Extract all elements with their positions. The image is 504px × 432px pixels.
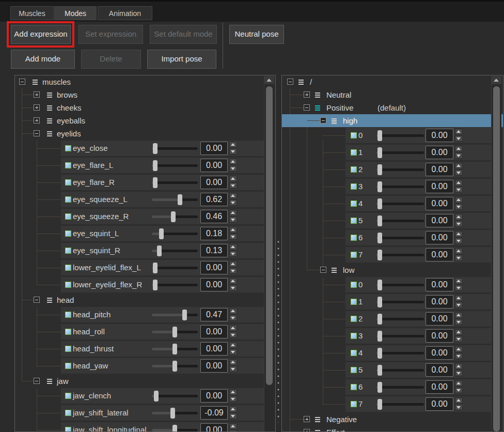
value-field[interactable]: 0.00 [200,176,228,189]
value-field[interactable]: 0.00 [426,214,453,227]
spin-up-button[interactable] [229,308,237,314]
tree-group-row[interactable]: muscles [15,75,275,88]
scrollbar-thumb[interactable] [266,86,273,385]
menu-icon[interactable] [47,298,52,304]
muscle-slider[interactable] [376,168,424,171]
value-field[interactable]: 0.00 [426,278,453,291]
spin-up-button[interactable] [229,389,237,395]
slider-handle[interactable] [172,344,177,354]
muscle-slider[interactable] [152,348,198,350]
spin-down-button[interactable] [455,152,463,159]
muscle-slider[interactable] [152,164,198,167]
tree-group-row[interactable]: jaw [15,375,275,388]
muscle-slider[interactable] [376,369,424,372]
expand-toggle-icon[interactable] [304,91,310,98]
muscle-slider[interactable] [152,250,198,252]
muscle-checkbox-icon[interactable] [351,401,357,407]
slider-handle[interactable] [377,331,382,342]
value-field[interactable]: 0.00 [426,397,453,411]
scrollbar-thumb[interactable] [493,86,500,431]
spin-up-button[interactable] [455,380,463,387]
value-field[interactable]: 0.00 [200,342,228,356]
value-field[interactable]: 0.46 [200,210,228,223]
muscle-checkbox-icon[interactable] [65,265,71,271]
muscle-slider[interactable] [152,267,198,269]
scroll-up-button[interactable] [264,76,274,84]
spin-down-button[interactable] [229,217,237,223]
slider-handle[interactable] [157,245,162,256]
spin-up-button[interactable] [455,180,463,186]
muscle-slider[interactable] [152,284,198,286]
value-field[interactable]: -0.09 [200,406,228,420]
tree-group-label[interactable]: jaw [57,375,69,388]
spin-up-button[interactable] [455,214,463,220]
spin-down-button[interactable] [229,430,237,432]
value-field[interactable]: 0.00 [426,346,453,360]
neutral-pose-button[interactable]: Neutral pose [229,25,284,44]
panel-splitter-handle[interactable] [277,241,279,423]
muscle-checkbox-icon[interactable] [351,235,357,241]
slider-handle[interactable] [153,280,158,290]
slider-handle[interactable] [170,408,175,419]
muscle-checkbox-icon[interactable] [65,179,71,186]
collapse-toggle-icon[interactable] [304,104,310,111]
spin-down-button[interactable] [229,285,237,291]
slider-handle[interactable] [377,164,382,175]
tree-group-label[interactable]: Positive [326,101,354,114]
slider-handle[interactable] [153,143,158,154]
spin-up-button[interactable] [455,146,463,152]
menu-icon[interactable] [332,268,337,274]
collapse-toggle-icon[interactable] [34,297,40,303]
muscle-checkbox-icon[interactable] [351,316,357,322]
tree-group-row[interactable]: head [15,294,275,306]
value-field[interactable]: 0.00 [426,180,453,193]
spin-up-button[interactable] [229,423,237,429]
value-field[interactable]: 0.47 [200,308,228,321]
value-field[interactable]: 0.00 [426,312,453,326]
scroll-up-button[interactable] [492,76,501,84]
spin-up-button[interactable] [229,142,237,148]
muscle-slider[interactable] [376,352,424,354]
tree-group-row[interactable]: Effort [282,426,503,432]
spin-down-button[interactable] [229,199,237,206]
muscle-checkbox-icon[interactable] [65,230,71,237]
slider-handle[interactable] [153,177,158,188]
muscle-checkbox-icon[interactable] [351,149,357,156]
collapse-toggle-icon[interactable] [34,130,40,136]
value-field[interactable]: 0.00 [200,389,228,403]
slider-handle[interactable] [377,297,382,307]
tree-group-row[interactable]: Neutral [282,88,503,101]
muscle-slider[interactable] [152,412,198,414]
expand-toggle-icon[interactable] [34,104,40,111]
slider-handle[interactable] [377,365,382,376]
muscle-slider[interactable] [376,318,424,320]
spin-down-button[interactable] [455,370,463,376]
muscle-checkbox-icon[interactable] [65,363,71,369]
add-mode-button[interactable]: Add mode [11,50,75,69]
value-field[interactable]: 0.00 [426,163,453,176]
slider-handle[interactable] [172,327,177,337]
muscle-checkbox-icon[interactable] [351,384,357,390]
spin-down-button[interactable] [229,251,237,257]
spin-up-button[interactable] [229,342,237,348]
slider-handle[interactable] [377,399,382,410]
menu-icon[interactable] [332,118,337,125]
spin-down-button[interactable] [455,387,463,393]
slider-handle[interactable] [159,228,164,239]
spin-up-button[interactable] [229,193,237,199]
slider-handle[interactable] [377,181,382,192]
tree-group-row[interactable]: high [282,114,503,127]
muscle-checkbox-icon[interactable] [351,166,357,173]
tree-group-row[interactable]: cheeks [15,101,275,114]
spin-up-button[interactable] [229,176,237,182]
spin-up-button[interactable] [229,227,237,233]
spin-up-button[interactable] [455,346,463,352]
tree-group-label[interactable]: Effort [326,426,345,432]
muscle-checkbox-icon[interactable] [65,312,71,318]
tree-group-row[interactable]: Positive(default) [282,101,503,114]
muscle-slider[interactable] [376,220,424,222]
value-field[interactable]: 0.00 [200,278,228,291]
muscle-slider[interactable] [152,365,198,367]
spin-up-button[interactable] [229,159,237,165]
tree-group-label[interactable]: / [310,75,312,88]
